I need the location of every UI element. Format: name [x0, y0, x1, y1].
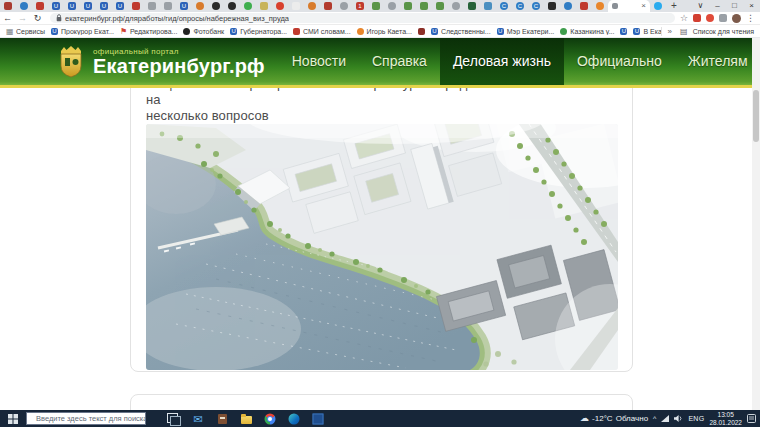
pinned-tab[interactable]: [416, 0, 432, 12]
new-tab-button[interactable]: +: [666, 0, 682, 12]
pinned-tab[interactable]: [192, 0, 208, 12]
pinned-tab[interactable]: [304, 0, 320, 12]
pinned-tab[interactable]: U: [64, 0, 80, 12]
weather-widget[interactable]: ☁ -12°C Облачно: [580, 410, 648, 427]
notification-center-icon[interactable]: [747, 414, 756, 423]
pinned-tab[interactable]: 1: [352, 0, 368, 12]
bookmark-item[interactable]: UПрокурор Екат...: [51, 28, 114, 35]
pinned-tab[interactable]: [320, 0, 336, 12]
bookmark-item[interactable]: U: [620, 28, 627, 35]
pinned-tab[interactable]: U: [112, 0, 128, 12]
tab-close-icon[interactable]: ×: [641, 0, 646, 12]
taskbar-store-icon[interactable]: [210, 410, 234, 427]
pinned-tab[interactable]: C: [496, 0, 512, 12]
bookmark-item[interactable]: UМэр Екатери...: [497, 28, 555, 35]
site-nav-official[interactable]: Официально: [564, 38, 675, 85]
pinned-tab[interactable]: C: [512, 0, 528, 12]
taskbar-chrome-icon[interactable]: [258, 410, 282, 427]
tab-favicon: U: [116, 2, 124, 10]
taskbar-appblue-icon[interactable]: [306, 410, 330, 427]
back-button[interactable]: ←: [0, 12, 15, 25]
pinned-tab[interactable]: [432, 0, 448, 12]
extension-icon[interactable]: [719, 14, 727, 22]
pinned-tab[interactable]: [16, 0, 32, 12]
pinned-tab[interactable]: [128, 0, 144, 12]
taskbar-search-input[interactable]: Введите здесь текст для поиска: [26, 412, 146, 425]
window-maximize-button[interactable]: □: [726, 0, 743, 12]
tab-favicon: [148, 2, 156, 10]
bookmarks-overflow-icon[interactable]: »: [668, 27, 672, 36]
site-nav-business[interactable]: Деловая жизнь: [440, 38, 564, 85]
site-nav-news[interactable]: Новости: [279, 38, 359, 85]
pinned-tab[interactable]: [160, 0, 176, 12]
bookmark-star-icon[interactable]: ☆: [680, 12, 688, 25]
taskbar-edge-icon[interactable]: [282, 410, 306, 427]
tab-favicon: [452, 2, 460, 10]
taskbar-clock[interactable]: 13:05 28.01.2022: [709, 411, 742, 426]
pinned-tab[interactable]: [144, 0, 160, 12]
bookmark-item[interactable]: UГубернатора...: [230, 28, 287, 35]
page-scrollbar: [752, 38, 760, 410]
pinned-tab[interactable]: [448, 0, 464, 12]
taskbar-explorer-icon[interactable]: [234, 410, 258, 427]
reading-list-button[interactable]: Список для чтения: [693, 28, 754, 35]
pinned-tab[interactable]: U: [96, 0, 112, 12]
window-close-button[interactable]: ×: [743, 0, 760, 12]
pinned-tab[interactable]: [256, 0, 272, 12]
browser-menu-icon[interactable]: ⋮: [746, 12, 755, 25]
profile-avatar[interactable]: [732, 14, 741, 23]
taskbar-taskview-icon[interactable]: [162, 410, 186, 427]
reload-button[interactable]: ↻: [30, 12, 45, 25]
site-nav-help[interactable]: Справка: [359, 38, 440, 85]
pinned-tab[interactable]: [592, 0, 608, 12]
pinned-tab[interactable]: [368, 0, 384, 12]
pinned-tab[interactable]: [0, 0, 16, 12]
pinned-tab[interactable]: C: [528, 0, 544, 12]
pinned-tab[interactable]: U: [176, 0, 192, 12]
pinned-tab[interactable]: U: [80, 0, 96, 12]
extension-icon[interactable]: [706, 14, 714, 22]
pinned-tab[interactable]: [32, 0, 48, 12]
pinned-tab[interactable]: [576, 0, 592, 12]
pinned-tab[interactable]: [480, 0, 496, 12]
scrollbar-thumb[interactable]: [753, 90, 759, 142]
bookmark-item[interactable]: Казанкина у...: [560, 28, 614, 35]
volume-icon[interactable]: [674, 415, 683, 422]
pinned-tab-telegram[interactable]: [650, 0, 666, 12]
taskbar-mail-icon[interactable]: [186, 410, 210, 427]
tab-favicon: [308, 2, 316, 10]
address-bar[interactable]: екатеринбург.рф/дляработы/гид/опросы/наб…: [50, 13, 675, 23]
bookmark-item[interactable]: [418, 28, 425, 35]
pinned-tab[interactable]: [288, 0, 304, 12]
pinned-tab[interactable]: [384, 0, 400, 12]
bookmark-item[interactable]: UВ Екатеринб...: [633, 28, 660, 35]
bookmark-item[interactable]: Игорь Каета...: [357, 28, 412, 35]
language-indicator[interactable]: ENG: [688, 415, 704, 422]
hidden-icons-button[interactable]: ^: [653, 415, 656, 422]
bookmark-item[interactable]: ⚑Редактирова...: [120, 28, 178, 35]
window-minimize-button[interactable]: –: [709, 0, 726, 12]
pinned-tab[interactable]: [240, 0, 256, 12]
pinned-tab[interactable]: [224, 0, 240, 12]
bookmark-item[interactable]: UСледственны...: [431, 28, 491, 35]
bookmark-item[interactable]: ▦Сервисы: [6, 28, 45, 35]
pinned-tab[interactable]: [272, 0, 288, 12]
site-nav-residents[interactable]: Жителям: [675, 38, 752, 85]
pinned-tab[interactable]: [208, 0, 224, 12]
pinned-tab[interactable]: [560, 0, 576, 12]
pinned-tab[interactable]: [400, 0, 416, 12]
bookmark-item[interactable]: СМИ словам...: [293, 28, 351, 35]
active-tab[interactable]: ×: [608, 0, 650, 12]
extension-icon[interactable]: [693, 14, 701, 22]
network-icon[interactable]: [661, 415, 669, 422]
pinned-tab[interactable]: [336, 0, 352, 12]
site-logo[interactable]: официальный портал Екатеринбург.рф: [56, 45, 265, 79]
bookmark-item[interactable]: Фотобанк: [183, 28, 224, 35]
start-button[interactable]: [0, 410, 26, 427]
forward-button[interactable]: →: [15, 12, 30, 25]
pinned-tab[interactable]: [544, 0, 560, 12]
taskbar-apps: [162, 410, 330, 427]
pinned-tab[interactable]: U: [48, 0, 64, 12]
pinned-tab[interactable]: [464, 0, 480, 12]
tab-search-chevron-icon[interactable]: ∨: [692, 0, 709, 12]
